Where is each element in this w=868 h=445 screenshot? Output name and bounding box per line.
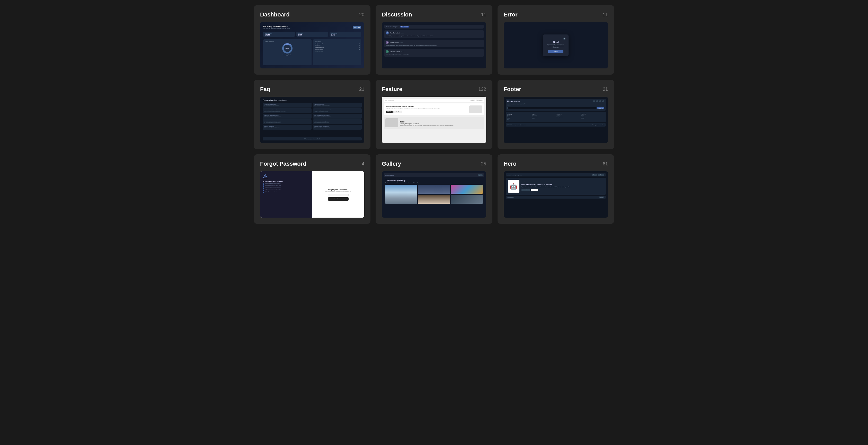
- card-forgot-password[interactable]: Forgot Password 4 Account Recovery Featu…: [254, 154, 370, 224]
- hero-bottom-btn: Browse: [599, 196, 604, 198]
- db-view-all: View All Top Tracks: [315, 51, 360, 52]
- preview-feature: blocks.serg.co Sign In Get Started Welco…: [382, 97, 486, 143]
- social-gh-icon: [602, 100, 604, 102]
- gal-img-city: [418, 185, 450, 194]
- forgot-submit-btn[interactable]: Send Reset Link: [328, 197, 349, 201]
- hero-signin-btn: Sign In: [592, 174, 597, 176]
- feat-hero-img: [469, 105, 482, 113]
- db-stat-value-2: 2.5h: [331, 34, 360, 36]
- db-btn: New Track: [353, 26, 362, 29]
- card-title-dashboard: Dashboard: [260, 11, 290, 18]
- faq-item-9: How can I change my password?Visit accou…: [313, 125, 362, 130]
- hero-getstarted-btn: Get Started: [598, 174, 604, 176]
- card-count-forgot: 4: [362, 161, 364, 167]
- db-track-1: New Dreams 11: [315, 45, 360, 46]
- card-header-footer: Footer 21: [504, 86, 608, 93]
- hero-starter-btn: Starter Pack: [531, 189, 538, 191]
- db-listeners-title: Active Listeners: [265, 41, 274, 42]
- feat-nav-dot: [385, 100, 387, 101]
- db-track-2: Whispers in the Wind 11: [315, 47, 360, 48]
- faq-header: Frequently asked questions: [263, 99, 362, 101]
- err-title: Oh no!: [546, 41, 565, 43]
- card-count-discussion: 11: [481, 12, 486, 18]
- db-title: Harmony Hub Dashboard: [263, 25, 290, 28]
- card-header-feature: Feature 132: [382, 86, 486, 93]
- feat-nav-start: Get Started: [476, 100, 483, 101]
- card-header-forgot: Forgot Password 4: [260, 160, 364, 167]
- card-title-faq: Faq: [260, 86, 270, 93]
- card-title-error: Error: [504, 11, 518, 18]
- feat-second-img: [385, 118, 398, 127]
- card-header-gallery: Gallery 25: [382, 160, 486, 167]
- foot-top: blocks.serg.co A library of 500+ blocks …: [506, 99, 606, 110]
- close-icon: ✕: [563, 37, 565, 40]
- faq-col-right: How does billing work?Plans are charged …: [313, 103, 362, 135]
- faq-item-5: How does billing work?Plans are charged …: [313, 103, 362, 107]
- db-stat-1: Total Plays 2.8M: [297, 32, 328, 37]
- preview-discussion: Share your thoughts... Post comment T Te…: [382, 22, 486, 68]
- card-header-faq: Faq 21: [260, 86, 364, 93]
- preview-gallery: blocks.serg.co Sign In Tall Masonry Gall…: [382, 171, 486, 218]
- gal-content: Tall Masonry Gallery Explore our curated…: [384, 178, 484, 205]
- db-donut-text: 1200M: [285, 47, 289, 49]
- card-feature[interactable]: Feature 132 blocks.serg.co Sign In Get S…: [376, 80, 492, 149]
- db-subtitle: Discover the best music from around the …: [263, 28, 290, 29]
- preview-hero: Features Pricing Blog About Sign In Get …: [504, 171, 608, 218]
- faq-cols: Is there a free trial available?Yes, you…: [263, 103, 362, 135]
- hero-main-card: 🤖 Hero Blocks Hero Blocks with Shadcn & …: [506, 178, 606, 195]
- card-discussion[interactable]: Discussion 11 Share your thoughts... Pos…: [376, 5, 492, 74]
- db-tracks-title: Top Tracks: [315, 41, 360, 42]
- feat-second-section: Featured Electrify Your Space Adventure …: [384, 117, 484, 129]
- card-dashboard[interactable]: Dashboard 20 Harmony Hub Dashboard Disco…: [254, 5, 370, 74]
- forgot-right-panel: Forgot your password? Enter your email a…: [312, 171, 365, 218]
- hero-robot-img: 🤖: [508, 180, 519, 193]
- db-stats: Active Listeners 14.2M Total Plays 2.8M …: [263, 32, 361, 37]
- robot-icon: 🤖: [509, 183, 517, 190]
- foot-sub-btn: Subscribe: [597, 107, 604, 109]
- faq-item-3: Can other info be added to an invoice?Ye…: [263, 119, 312, 124]
- card-gallery[interactable]: Gallery 25 blocks.serg.co Sign In Tall M…: [376, 154, 492, 224]
- foot-links-section: Company About Features Pricing Blog Supp…: [506, 112, 606, 122]
- card-header-error: Error 11: [504, 11, 608, 18]
- feat-hero-text: Welcome to Our Intergalactic Website Exp…: [386, 105, 467, 113]
- faq-item-1: Can I change my plan later?Of course, yo…: [263, 108, 312, 113]
- feat-explore-btn: Explore More: [393, 110, 402, 113]
- gal-nav-btn: Sign In: [478, 174, 483, 176]
- db-tracks: Top Tracks Midnight Serenade 11 New Drea…: [313, 39, 362, 65]
- card-count-feature: 132: [478, 87, 486, 92]
- card-error[interactable]: Error 11 ✕ Oh no! There seems to be a co…: [498, 5, 614, 74]
- social-fb-icon: [593, 100, 595, 102]
- foot-cols: Company About Features Pricing Blog Supp…: [507, 114, 604, 120]
- db-donut: 1200M: [282, 43, 292, 54]
- db-track-0: Midnight Serenade 11: [315, 43, 360, 44]
- card-header-hero: Hero 81: [504, 160, 608, 167]
- card-count-dashboard: 20: [359, 12, 364, 18]
- preview-dashboard: Harmony Hub Dashboard Discover the best …: [260, 22, 364, 68]
- faq-item-6: How do I change my account email?You can…: [313, 108, 362, 113]
- social-tw-icon: [596, 100, 598, 102]
- card-hero[interactable]: Hero 81 Features Pricing Blog About Sign…: [498, 154, 614, 224]
- feat-nav: blocks.serg.co Sign In Get Started: [384, 99, 484, 102]
- card-title-hero: Hero: [504, 160, 517, 167]
- faq-item-8: How do I update my billing info?Go to bi…: [313, 119, 362, 124]
- gal-img-art: [451, 185, 483, 194]
- err-text: There seems to be a connection issue. Pl…: [546, 44, 565, 49]
- card-title-forgot: Forgot Password: [260, 160, 306, 167]
- card-title-feature: Feature: [382, 86, 402, 93]
- card-count-error: 11: [603, 12, 608, 18]
- faq-search: What can we help you find?: [263, 137, 362, 140]
- faq-item-4: How can I get support?Click the support …: [263, 125, 312, 130]
- hero-bottom-nav: Tell your story... Browse: [506, 196, 606, 198]
- card-faq[interactable]: Faq 21 Frequently asked questions Is the…: [254, 80, 370, 149]
- card-count-footer: 21: [603, 87, 608, 92]
- disc-avatar-2: C: [385, 50, 389, 53]
- hero-card-content: Hero Blocks Hero Blocks with Shadcn & Ta…: [522, 181, 604, 191]
- card-count-hero: 81: [603, 161, 608, 167]
- card-footer[interactable]: Footer 21 blocks.serg.co A library of 50…: [498, 80, 614, 149]
- err-modal: ✕ Oh no! There seems to be a connection …: [543, 34, 568, 56]
- db-header: Harmony Hub Dashboard Discover the best …: [263, 25, 361, 29]
- db-stat-0: Active Listeners 14.2M: [263, 32, 295, 37]
- feat-nav-signin: Sign In: [470, 100, 475, 101]
- forgot-email-input[interactable]: [328, 194, 349, 196]
- forgot-left-panel: Account Recovery Features Reset your pas…: [260, 171, 312, 218]
